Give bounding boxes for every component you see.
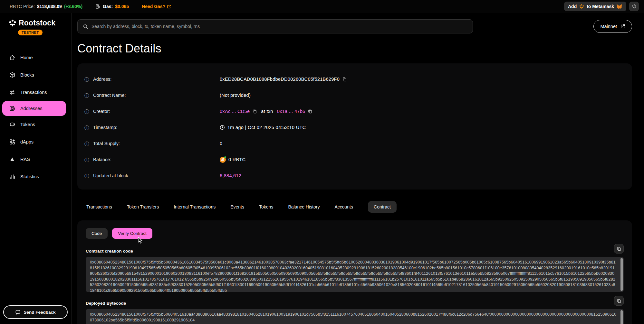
deployed-bytecode-label: Deployed Bytecode [86,301,126,306]
home-icon [9,54,16,61]
external-link-icon [167,5,171,9]
sidebar-item-ras[interactable]: RAS [0,151,71,168]
rbtc-price-change: (+3.60%) [64,4,82,9]
contract-details-panel: ⓘAddress: 0xED28BCAD0B1088FbdbeDD00260BC… [77,63,632,190]
detail-row-updated-block: ⓘUpdated at block: 6,884,612 [84,168,623,184]
info-icon: ⓘ [84,109,89,114]
copy-creation-code-button[interactable] [614,244,624,254]
creation-code-box[interactable]: 0x608060405234801561000f575f5ffd5b506004… [86,257,624,292]
tab-token-transfers[interactable]: Token Transfers [127,201,159,213]
send-feedback-button[interactable]: Send Feedback [3,305,68,319]
tab-contract[interactable]: Contract [368,201,397,213]
rootstock-logo[interactable]: Rootstock [8,19,71,27]
sidebar-item-dapps[interactable]: dApps [0,133,71,151]
search-bar[interactable] [77,19,473,33]
statistics-icon [9,173,16,180]
tab-events[interactable]: Events [230,201,244,213]
external-link-icon [620,24,625,29]
creation-code-text: 0x608060405234801561000f575f5ffd5b506004… [90,260,617,292]
total-supply-value: 0 [220,141,222,146]
info-icon: ⓘ [84,157,89,162]
topbar: RBTC Price: $118,638.09 (+3.60%) Gas: $0… [0,0,644,13]
dapps-icon [9,139,16,145]
sidebar-item-transactions[interactable]: Transactions [0,84,71,101]
address-tabs: Transactions Token Transfers Internal Tr… [77,201,632,213]
rootstock-settings-button[interactable] [629,2,639,11]
sidebar-item-tokens[interactable]: Tokens [0,116,71,133]
copy-icon [617,299,621,303]
mainnet-button[interactable]: Mainnet [593,20,632,33]
rbtc-price-value: $118,638.09 [37,4,62,9]
copy-icon[interactable] [308,109,312,114]
timestamp-value: 1m ago | Oct 02 2025 04:53:10 UTC [227,125,306,130]
tab-balance-history[interactable]: Balance History [288,201,320,213]
copy-deployed-bytecode-button[interactable] [614,296,624,306]
ras-icon [9,156,16,162]
tab-tokens[interactable]: Tokens [259,201,273,213]
info-icon: ⓘ [84,93,89,98]
detail-row-balance: ⓘBalance: B 0 RBTC [84,152,623,168]
need-gas-link[interactable]: Need Gas? [142,4,171,9]
testnet-badge: TESTNET [18,30,43,35]
tab-accounts[interactable]: Accounts [334,201,353,213]
search-input[interactable] [91,24,467,29]
rbtc-price-label: RBTC Price: [10,4,35,9]
detail-row-creator: ⓘCreator: 0xAc ... CD5e at txn 0x1a ... … [84,103,623,119]
gas-value: $0.065 [115,4,129,9]
creator-connector: at txn [261,109,273,114]
main-content: Mainnet Contract Details ⓘAddress: 0xED2… [72,13,644,324]
address-value: 0xED28BCAD0B1088FbdbeDD00260BC05f521B629… [220,77,340,82]
copy-icon[interactable] [342,77,347,82]
copy-icon [617,246,621,251]
search-icon [83,24,88,29]
addresses-icon [9,105,16,112]
deployed-bytecode-box[interactable]: 0x608060405234801561000f575f5ffd5b506040… [86,309,624,324]
creator-tx-link[interactable]: 0x1a ... 47b6 [277,109,305,114]
rootstock-explorer-app: RBTC Price: $118,638.09 (+3.60%) Gas: $0… [0,0,644,324]
sidebar-nav: Home Blocks Transactions Addresses Token… [0,49,71,185]
scrollbar[interactable] [620,310,623,324]
page-title: Contract Details [77,42,632,55]
detail-row-contract-name: ⓘContract Name: (Not provided) [84,87,623,103]
scrollbar[interactable] [620,258,623,291]
code-tab-button[interactable]: Code [86,228,108,239]
tokens-icon [9,121,16,128]
verify-contract-button[interactable]: Verify Contract [112,228,152,239]
creator-address-link[interactable]: 0xAc ... CD5e [220,109,250,114]
clock-icon [220,125,225,130]
info-icon: ⓘ [84,173,89,178]
info-icon: ⓘ [84,77,89,82]
rootstock-flower-icon [8,19,17,27]
gas-pump-icon [95,4,101,9]
tab-transactions[interactable]: Transactions [86,201,112,213]
add-to-metamask-button[interactable]: Add to Metamask [564,2,626,11]
sidebar-item-statistics[interactable]: Statistics [0,168,71,185]
tab-internal-transactions[interactable]: Internal Transactions [174,201,216,213]
sidebar-item-addresses[interactable]: Addresses [2,101,66,116]
rbtc-coin-icon: B [220,157,226,163]
sidebar-item-blocks[interactable]: Blocks [0,66,71,84]
detail-row-timestamp: ⓘTimestamp: 1m ago | Oct 02 2025 04:53:1… [84,119,623,135]
brand-name: Rootstock [19,19,55,27]
blocks-icon [9,72,16,78]
detail-row-address: ⓘAddress: 0xED28BCAD0B1088FbdbeDD00260BC… [84,71,623,87]
balance-value: 0 RBTC [228,157,245,162]
detail-row-total-supply: ⓘTotal Supply: 0 [84,135,623,152]
info-icon: ⓘ [84,141,89,146]
deployed-bytecode-text: 0x608060405234801561000f575f5ffd5b506040… [90,312,617,323]
gas-label: Gas: [103,4,113,9]
rootstock-flower-icon [579,4,584,9]
contract-name-value: (Not provided) [220,93,251,98]
sidebar-item-home[interactable]: Home [0,49,71,66]
metamask-fox-icon [616,4,622,9]
rootstock-flower-icon [631,4,637,9]
sidebar: Rootstock TESTNET Home Blocks Transactio… [0,13,72,324]
feedback-bubble-icon [15,310,21,315]
updated-block-link[interactable]: 6,884,612 [220,173,241,178]
copy-icon[interactable] [252,109,257,114]
transactions-icon [9,89,16,96]
info-icon: ⓘ [84,125,89,130]
creation-code-label: Contract creation code [86,249,133,254]
contract-code-panel: Code Verify Contract Contract creation c… [77,220,632,324]
